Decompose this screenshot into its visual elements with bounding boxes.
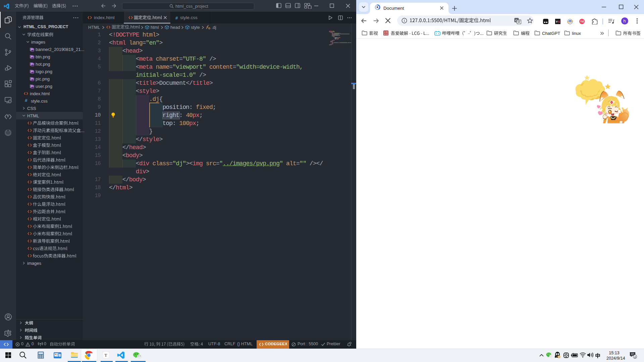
svg-text:2: 2 xyxy=(634,355,636,359)
svg-text:S: S xyxy=(558,20,560,23)
svg-text:Yd: Yd xyxy=(580,20,584,23)
svg-text:Y: Y xyxy=(556,20,558,23)
svg-text:T: T xyxy=(105,353,107,358)
